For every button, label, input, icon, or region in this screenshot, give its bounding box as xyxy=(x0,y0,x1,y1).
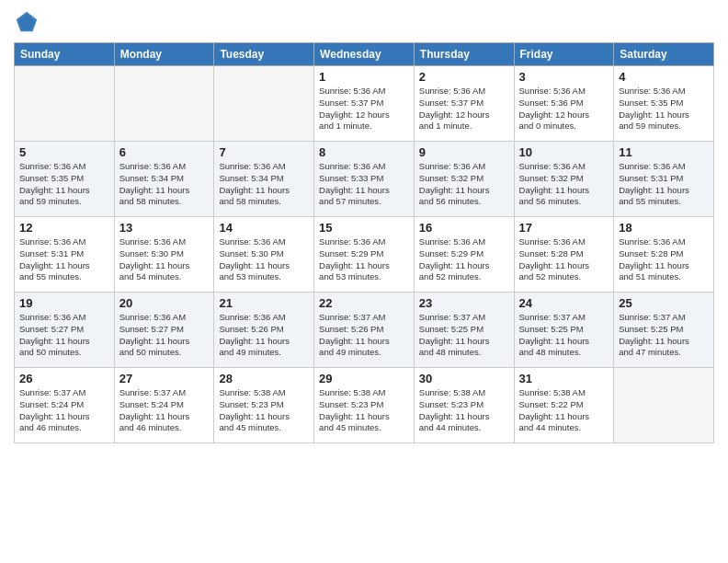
calendar-day-cell: 31Sunrise: 5:38 AM Sunset: 5:22 PM Dayli… xyxy=(514,368,614,443)
calendar-day-cell: 9Sunrise: 5:36 AM Sunset: 5:32 PM Daylig… xyxy=(414,142,514,217)
calendar-table: SundayMondayTuesdayWednesdayThursdayFrid… xyxy=(14,42,714,443)
day-number: 26 xyxy=(19,372,109,385)
weekday-header: Friday xyxy=(514,43,614,66)
day-info: Sunrise: 5:36 AM Sunset: 5:30 PM Dayligh… xyxy=(119,236,210,283)
day-info: Sunrise: 5:38 AM Sunset: 5:23 PM Dayligh… xyxy=(419,387,509,434)
calendar-day-cell xyxy=(15,66,115,142)
weekday-header: Sunday xyxy=(15,43,115,66)
day-number: 7 xyxy=(219,145,309,159)
calendar-week-row: 1Sunrise: 5:36 AM Sunset: 5:37 PM Daylig… xyxy=(15,66,714,142)
weekday-header: Wednesday xyxy=(314,43,415,66)
weekday-header: Saturday xyxy=(614,43,714,66)
calendar-day-cell: 21Sunrise: 5:36 AM Sunset: 5:26 PM Dayli… xyxy=(214,293,314,368)
calendar-day-cell: 16Sunrise: 5:36 AM Sunset: 5:29 PM Dayli… xyxy=(414,217,514,293)
day-number: 15 xyxy=(319,221,409,235)
day-info: Sunrise: 5:37 AM Sunset: 5:26 PM Dayligh… xyxy=(319,312,409,359)
weekday-header: Thursday xyxy=(414,43,514,66)
day-number: 29 xyxy=(319,372,409,385)
calendar-day-cell: 25Sunrise: 5:37 AM Sunset: 5:25 PM Dayli… xyxy=(614,293,714,368)
day-info: Sunrise: 5:36 AM Sunset: 5:34 PM Dayligh… xyxy=(219,161,309,208)
day-number: 6 xyxy=(119,145,210,159)
day-number: 21 xyxy=(219,296,309,310)
day-info: Sunrise: 5:36 AM Sunset: 5:29 PM Dayligh… xyxy=(419,236,509,283)
day-info: Sunrise: 5:36 AM Sunset: 5:37 PM Dayligh… xyxy=(319,86,409,132)
calendar-day-cell: 10Sunrise: 5:36 AM Sunset: 5:32 PM Dayli… xyxy=(514,142,614,217)
day-number: 25 xyxy=(619,296,709,310)
calendar-week-row: 26Sunrise: 5:37 AM Sunset: 5:24 PM Dayli… xyxy=(15,368,714,443)
calendar-day-cell: 23Sunrise: 5:37 AM Sunset: 5:25 PM Dayli… xyxy=(414,293,514,368)
calendar-week-row: 5Sunrise: 5:36 AM Sunset: 5:35 PM Daylig… xyxy=(15,142,714,217)
day-info: Sunrise: 5:37 AM Sunset: 5:24 PM Dayligh… xyxy=(119,387,210,434)
day-number: 11 xyxy=(619,145,709,159)
day-info: Sunrise: 5:38 AM Sunset: 5:23 PM Dayligh… xyxy=(219,387,309,434)
day-info: Sunrise: 5:36 AM Sunset: 5:30 PM Dayligh… xyxy=(219,236,309,283)
calendar-day-cell: 15Sunrise: 5:36 AM Sunset: 5:29 PM Dayli… xyxy=(314,217,415,293)
day-info: Sunrise: 5:37 AM Sunset: 5:25 PM Dayligh… xyxy=(419,312,509,359)
calendar-day-cell: 13Sunrise: 5:36 AM Sunset: 5:30 PM Dayli… xyxy=(114,217,214,293)
calendar-day-cell: 19Sunrise: 5:36 AM Sunset: 5:27 PM Dayli… xyxy=(15,293,115,368)
day-number: 8 xyxy=(319,145,409,159)
calendar-day-cell: 3Sunrise: 5:36 AM Sunset: 5:36 PM Daylig… xyxy=(514,66,614,142)
logo-icon xyxy=(14,9,40,35)
day-number: 22 xyxy=(319,296,409,310)
calendar-day-cell: 1Sunrise: 5:36 AM Sunset: 5:37 PM Daylig… xyxy=(314,66,415,142)
calendar-day-cell: 4Sunrise: 5:36 AM Sunset: 5:35 PM Daylig… xyxy=(614,66,714,142)
calendar-day-cell: 29Sunrise: 5:38 AM Sunset: 5:23 PM Dayli… xyxy=(314,368,415,443)
calendar-week-row: 19Sunrise: 5:36 AM Sunset: 5:27 PM Dayli… xyxy=(15,293,714,368)
day-number: 27 xyxy=(119,372,210,385)
day-info: Sunrise: 5:36 AM Sunset: 5:33 PM Dayligh… xyxy=(319,161,409,208)
calendar-day-cell: 5Sunrise: 5:36 AM Sunset: 5:35 PM Daylig… xyxy=(15,142,115,217)
calendar-day-cell: 28Sunrise: 5:38 AM Sunset: 5:23 PM Dayli… xyxy=(214,368,314,443)
day-info: Sunrise: 5:36 AM Sunset: 5:35 PM Dayligh… xyxy=(19,161,109,208)
day-number: 14 xyxy=(219,221,309,235)
day-info: Sunrise: 5:38 AM Sunset: 5:23 PM Dayligh… xyxy=(319,387,409,434)
calendar-day-cell: 26Sunrise: 5:37 AM Sunset: 5:24 PM Dayli… xyxy=(15,368,115,443)
calendar-day-cell xyxy=(614,368,714,443)
day-number: 1 xyxy=(319,70,409,84)
calendar-day-cell: 24Sunrise: 5:37 AM Sunset: 5:25 PM Dayli… xyxy=(514,293,614,368)
calendar-day-cell: 7Sunrise: 5:36 AM Sunset: 5:34 PM Daylig… xyxy=(214,142,314,217)
calendar-day-cell: 18Sunrise: 5:36 AM Sunset: 5:28 PM Dayli… xyxy=(614,217,714,293)
day-info: Sunrise: 5:36 AM Sunset: 5:32 PM Dayligh… xyxy=(519,161,609,208)
day-number: 28 xyxy=(219,372,309,385)
day-number: 23 xyxy=(419,296,509,310)
day-info: Sunrise: 5:36 AM Sunset: 5:34 PM Dayligh… xyxy=(119,161,210,208)
day-number: 20 xyxy=(119,296,210,310)
day-number: 9 xyxy=(419,145,509,159)
day-info: Sunrise: 5:36 AM Sunset: 5:27 PM Dayligh… xyxy=(19,312,109,359)
day-info: Sunrise: 5:36 AM Sunset: 5:27 PM Dayligh… xyxy=(119,312,210,359)
calendar-day-cell: 27Sunrise: 5:37 AM Sunset: 5:24 PM Dayli… xyxy=(114,368,214,443)
day-info: Sunrise: 5:37 AM Sunset: 5:25 PM Dayligh… xyxy=(619,312,709,359)
calendar-day-cell: 17Sunrise: 5:36 AM Sunset: 5:28 PM Dayli… xyxy=(514,217,614,293)
day-info: Sunrise: 5:38 AM Sunset: 5:22 PM Dayligh… xyxy=(519,387,609,434)
day-info: Sunrise: 5:37 AM Sunset: 5:25 PM Dayligh… xyxy=(519,312,609,359)
day-number: 17 xyxy=(519,221,609,235)
day-info: Sunrise: 5:36 AM Sunset: 5:28 PM Dayligh… xyxy=(519,236,609,283)
day-info: Sunrise: 5:36 AM Sunset: 5:31 PM Dayligh… xyxy=(619,161,709,208)
day-number: 18 xyxy=(619,221,709,235)
weekday-header: Monday xyxy=(114,43,214,66)
weekday-header-row: SundayMondayTuesdayWednesdayThursdayFrid… xyxy=(15,43,714,66)
day-number: 12 xyxy=(19,221,109,235)
calendar-day-cell: 11Sunrise: 5:36 AM Sunset: 5:31 PM Dayli… xyxy=(614,142,714,217)
calendar-day-cell: 30Sunrise: 5:38 AM Sunset: 5:23 PM Dayli… xyxy=(414,368,514,443)
day-info: Sunrise: 5:36 AM Sunset: 5:32 PM Dayligh… xyxy=(419,161,509,208)
calendar-day-cell: 12Sunrise: 5:36 AM Sunset: 5:31 PM Dayli… xyxy=(15,217,115,293)
day-number: 10 xyxy=(519,145,609,159)
day-number: 31 xyxy=(519,372,609,385)
day-info: Sunrise: 5:36 AM Sunset: 5:35 PM Dayligh… xyxy=(619,86,709,132)
day-number: 13 xyxy=(119,221,210,235)
day-number: 16 xyxy=(419,221,509,235)
day-info: Sunrise: 5:36 AM Sunset: 5:31 PM Dayligh… xyxy=(19,236,109,283)
calendar-day-cell: 8Sunrise: 5:36 AM Sunset: 5:33 PM Daylig… xyxy=(314,142,415,217)
day-number: 30 xyxy=(419,372,509,385)
calendar-week-row: 12Sunrise: 5:36 AM Sunset: 5:31 PM Dayli… xyxy=(15,217,714,293)
day-info: Sunrise: 5:36 AM Sunset: 5:28 PM Dayligh… xyxy=(619,236,709,283)
calendar-day-cell xyxy=(114,66,214,142)
day-info: Sunrise: 5:36 AM Sunset: 5:37 PM Dayligh… xyxy=(419,86,509,132)
logo xyxy=(14,9,42,35)
day-number: 4 xyxy=(619,70,709,84)
calendar-day-cell: 14Sunrise: 5:36 AM Sunset: 5:30 PM Dayli… xyxy=(214,217,314,293)
day-info: Sunrise: 5:36 AM Sunset: 5:29 PM Dayligh… xyxy=(319,236,409,283)
calendar-day-cell xyxy=(214,66,314,142)
